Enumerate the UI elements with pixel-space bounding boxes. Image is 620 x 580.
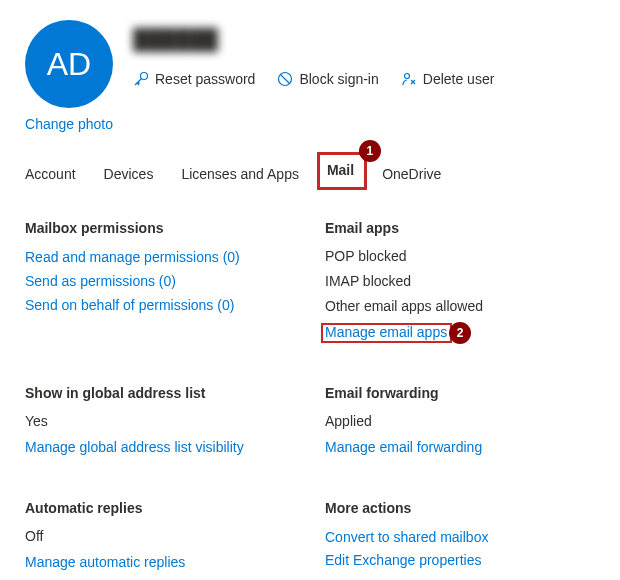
forwarding-title: Email forwarding [325, 385, 595, 401]
forwarding-section: Email forwarding Applied Manage email fo… [325, 385, 595, 460]
send-as-permissions-link[interactable]: Send as permissions (0) [25, 270, 295, 294]
gal-section: Show in global address list Yes Manage g… [25, 385, 295, 460]
manage-email-apps-link[interactable]: Manage email apps [325, 321, 447, 345]
delete-user-button[interactable]: Delete user [401, 71, 495, 87]
annotation-marker-1: 1 [359, 140, 381, 162]
more-actions-section: More actions Convert to shared mailbox E… [325, 500, 595, 575]
mailbox-permissions-section: Mailbox permissions Read and manage perm… [25, 220, 295, 345]
user-avatar[interactable]: AD [25, 20, 113, 108]
mailbox-permissions-title: Mailbox permissions [25, 220, 295, 236]
key-icon [133, 71, 149, 87]
tab-onedrive[interactable]: OneDrive [382, 162, 441, 186]
manage-forwarding-link[interactable]: Manage email forwarding [325, 436, 595, 460]
pop-status: POP blocked [325, 246, 595, 267]
delete-user-icon [401, 71, 417, 87]
auto-replies-title: Automatic replies [25, 500, 295, 516]
more-actions-title: More actions [325, 500, 595, 516]
gal-title: Show in global address list [25, 385, 295, 401]
tab-mail[interactable]: Mail [327, 158, 354, 182]
email-apps-section: Email apps POP blocked IMAP blocked Othe… [325, 220, 595, 345]
tab-devices[interactable]: Devices [104, 162, 154, 186]
auto-replies-section: Automatic replies Off Manage automatic r… [25, 500, 295, 575]
delete-user-label: Delete user [423, 71, 495, 87]
manage-auto-replies-link[interactable]: Manage automatic replies [25, 551, 295, 575]
block-signin-label: Block sign-in [299, 71, 378, 87]
read-manage-permissions-link[interactable]: Read and manage permissions (0) [25, 246, 295, 270]
convert-shared-mailbox-link[interactable]: Convert to shared mailbox [325, 526, 595, 550]
user-name: ██████ [133, 28, 595, 51]
svg-point-2 [404, 74, 409, 79]
block-signin-button[interactable]: Block sign-in [277, 71, 378, 87]
email-apps-title: Email apps [325, 220, 595, 236]
forwarding-value: Applied [325, 411, 595, 432]
tab-licenses[interactable]: Licenses and Apps [181, 162, 299, 186]
reset-password-label: Reset password [155, 71, 255, 87]
reset-password-button[interactable]: Reset password [133, 71, 255, 87]
edit-exchange-properties-link[interactable]: Edit Exchange properties [325, 549, 595, 573]
gal-value: Yes [25, 411, 295, 432]
auto-replies-value: Off [25, 526, 295, 547]
other-apps-status: Other email apps allowed [325, 296, 595, 317]
block-icon [277, 71, 293, 87]
change-photo-link[interactable]: Change photo [25, 116, 113, 132]
tab-bar: Account Devices Licenses and Apps Mail 1… [25, 162, 595, 186]
annotation-marker-2: 2 [449, 322, 471, 344]
imap-status: IMAP blocked [325, 271, 595, 292]
manage-gal-link[interactable]: Manage global address list visibility [25, 436, 295, 460]
tab-account[interactable]: Account [25, 162, 76, 186]
svg-point-0 [141, 73, 148, 80]
send-on-behalf-permissions-link[interactable]: Send on behalf of permissions (0) [25, 294, 295, 318]
